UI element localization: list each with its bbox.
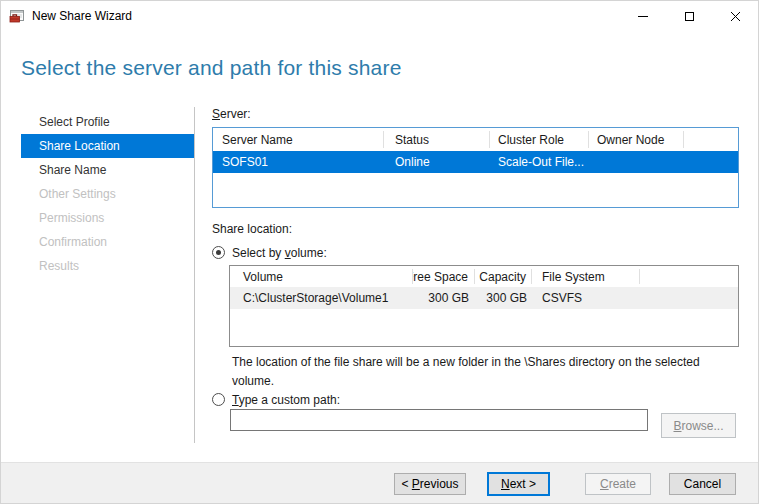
server-label: Server: <box>212 107 251 121</box>
volume-description: The location of the file share will be a… <box>232 353 724 391</box>
sidebar-item-results: Results <box>21 254 194 278</box>
cell-server-name: SOFS01 <box>213 155 384 169</box>
select-by-volume-radio[interactable] <box>212 246 225 259</box>
select-by-volume-label[interactable]: Select by volume: <box>232 246 327 260</box>
sidebar-divider <box>194 107 195 443</box>
volume-table-row[interactable]: C:\ClusterStorage\Volume1 300 GB 300 GB … <box>230 287 738 309</box>
sidebar-item-share-name[interactable]: Share Name <box>21 158 194 182</box>
next-button[interactable]: Next > <box>487 472 550 496</box>
wizard-steps-sidebar: Select Profile Share Location Share Name… <box>21 110 194 278</box>
column-header-capacity[interactable]: Capacity <box>475 269 532 284</box>
title-bar: New Share Wizard <box>1 1 758 31</box>
cancel-button[interactable]: Cancel <box>669 473 736 495</box>
window-controls <box>620 1 758 31</box>
custom-path-input[interactable] <box>230 409 648 431</box>
column-header-cluster-role[interactable]: Cluster Role <box>490 131 589 147</box>
new-share-wizard-window: New Share Wizard Select the server and p… <box>0 0 759 504</box>
column-header-owner-node[interactable]: Owner Node <box>589 131 684 147</box>
column-header-file-system[interactable]: File System <box>532 269 640 284</box>
server-table-row[interactable]: SOFS01 Online Scale-Out File... <box>213 151 738 173</box>
page-title: Select the server and path for this shar… <box>21 56 402 80</box>
volume-table-header: Volume Free Space Capacity File System <box>230 266 738 287</box>
window-title: New Share Wizard <box>32 1 132 31</box>
maximize-icon <box>685 12 694 21</box>
cell-file-system: CSVFS <box>532 291 640 305</box>
volume-table: Volume Free Space Capacity File System C… <box>229 265 739 347</box>
type-custom-path-label[interactable]: Type a custom path: <box>232 393 340 407</box>
sidebar-item-share-location[interactable]: Share Location <box>21 134 194 158</box>
cell-status: Online <box>384 155 490 169</box>
minimize-button[interactable] <box>620 1 666 31</box>
cell-volume: C:\ClusterStorage\Volume1 <box>230 291 413 305</box>
server-table: Server Name Status Cluster Role Owner No… <box>212 127 739 208</box>
share-location-label: Share location: <box>212 222 292 236</box>
close-button[interactable] <box>712 1 758 31</box>
radio-selected-icon <box>216 250 221 255</box>
volume-description-line2: volume. <box>232 372 724 391</box>
column-header-empty <box>684 131 738 147</box>
sidebar-item-select-profile[interactable]: Select Profile <box>21 110 194 134</box>
column-header-free-space[interactable]: Free Space <box>413 269 475 284</box>
cell-free-space: 300 GB <box>413 291 475 305</box>
minimize-icon <box>638 16 648 17</box>
sidebar-item-confirmation: Confirmation <box>21 230 194 254</box>
sidebar-item-other-settings: Other Settings <box>21 182 194 206</box>
type-custom-path-radio[interactable] <box>212 393 225 406</box>
previous-button[interactable]: < Previous <box>394 473 466 495</box>
column-header-empty <box>640 269 738 284</box>
cell-capacity: 300 GB <box>475 291 532 305</box>
maximize-button[interactable] <box>666 1 712 31</box>
volume-description-line1: The location of the file share will be a… <box>232 353 724 372</box>
server-manager-app-icon <box>9 8 25 24</box>
column-header-status[interactable]: Status <box>384 131 490 147</box>
browse-button[interactable]: Browse... <box>661 413 736 438</box>
cell-cluster-role: Scale-Out File... <box>490 155 589 169</box>
server-table-header: Server Name Status Cluster Role Owner No… <box>213 128 738 151</box>
create-button[interactable]: Create <box>585 473 651 495</box>
close-icon <box>730 11 741 22</box>
sidebar-item-permissions: Permissions <box>21 206 194 230</box>
column-header-server-name[interactable]: Server Name <box>213 131 384 147</box>
column-header-volume[interactable]: Volume <box>230 269 413 284</box>
